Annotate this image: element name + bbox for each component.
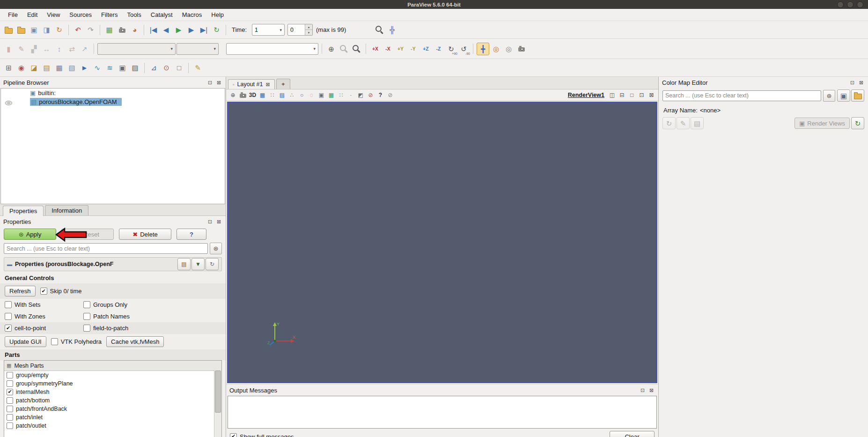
properties-search-input[interactable]: [4, 243, 208, 254]
menu-help[interactable]: Help: [207, 10, 228, 20]
search-options-gear-icon[interactable]: ⊛: [210, 243, 222, 254]
vtk-polyhedra-checkbox[interactable]: VTK Polyhedra: [51, 338, 102, 345]
group-datasets-icon[interactable]: ▣: [117, 62, 128, 74]
rescale-to-data-icon[interactable]: ↔: [41, 43, 52, 55]
checkbox[interactable]: [51, 338, 58, 345]
rotate-90-ccw-icon[interactable]: ↺-90: [458, 43, 470, 55]
variable-combo[interactable]: ▾: [97, 43, 176, 55]
select-points-polygon-icon[interactable]: ◌: [307, 90, 316, 99]
zoom-to-data-icon[interactable]: [338, 43, 350, 55]
menu-edit[interactable]: Edit: [23, 10, 42, 20]
colormap-search-input[interactable]: [662, 90, 821, 101]
show-center-axes-icon[interactable]: ╋: [477, 43, 489, 55]
part-checkbox[interactable]: [7, 414, 13, 421]
auto-apply-icon[interactable]: ▦: [103, 24, 115, 36]
parts-scrollbar[interactable]: ▼: [214, 370, 221, 437]
part-checkbox[interactable]: [7, 397, 13, 404]
part-row[interactable]: patch/outlet: [4, 422, 221, 430]
part-row[interactable]: internalMesh: [4, 388, 221, 396]
extract-group-icon[interactable]: ▨: [129, 62, 141, 74]
toggle-color-legend-icon[interactable]: ▮: [3, 43, 15, 55]
render-views-button[interactable]: ▣ Render Views: [794, 118, 850, 129]
patch-names-checkbox[interactable]: Patch Names: [83, 313, 130, 320]
time-value-combo[interactable]: 1 ▾: [252, 24, 285, 36]
stream-tracer-icon[interactable]: ∿: [91, 62, 103, 74]
rescale-visible-icon[interactable]: ↗: [79, 43, 90, 55]
checkbox[interactable]: [40, 288, 47, 295]
part-row[interactable]: patch/inlet: [4, 413, 221, 422]
next-frame-icon[interactable]: ▶: [185, 24, 197, 36]
rescale-custom-icon[interactable]: ↕: [53, 43, 65, 55]
use-separate-colormap-icon[interactable]: ▞: [28, 43, 40, 55]
menu-catalyst[interactable]: Catalyst: [147, 10, 177, 20]
tab-properties[interactable]: Properties: [3, 206, 44, 216]
part-checkbox[interactable]: [7, 380, 13, 387]
interactive-select-points-icon[interactable]: ∷: [337, 90, 346, 99]
menu-filters[interactable]: Filters: [97, 10, 122, 20]
close-panel-icon[interactable]: ⊠: [858, 79, 865, 86]
update-view-icon[interactable]: ▣: [837, 89, 850, 102]
save-data-icon[interactable]: [15, 24, 27, 36]
clear-button[interactable]: Clear: [610, 431, 655, 437]
auto-update-views-icon[interactable]: ↻: [851, 117, 864, 129]
skip-zero-time-checkbox[interactable]: Skip 0/ time: [40, 288, 82, 295]
camera-icon[interactable]: [116, 24, 128, 36]
help-button[interactable]: ?: [177, 229, 206, 240]
float-panel-icon[interactable]: ⊡: [206, 79, 213, 86]
close-view-icon[interactable]: ⊠: [647, 90, 656, 99]
rotate-90-cw-icon[interactable]: ↻+90: [445, 43, 457, 55]
select-points-rect-icon[interactable]: ∷: [268, 90, 277, 99]
checkbox[interactable]: [5, 325, 12, 332]
disable-interaction-icon[interactable]: ⊘: [386, 90, 395, 99]
render-viewport[interactable]: Y X Z: [227, 102, 657, 383]
part-checkbox[interactable]: [7, 372, 13, 378]
calculator-icon[interactable]: ⊞: [3, 62, 15, 74]
close-button[interactable]: [857, 1, 863, 8]
threshold-icon[interactable]: ▦: [53, 62, 65, 74]
edit-colormap-icon[interactable]: ✎: [677, 117, 690, 129]
part-checkbox[interactable]: [7, 422, 13, 429]
reset-camera-icon[interactable]: ⊕: [228, 90, 237, 99]
part-row[interactable]: group/empty: [4, 371, 221, 379]
undo-icon[interactable]: ↶: [72, 24, 84, 36]
color-palette-icon[interactable]: ◕: [129, 24, 140, 36]
show-full-messages-checkbox[interactable]: Show full messages: [230, 433, 294, 437]
delete-button[interactable]: ✖ Delete: [119, 229, 171, 240]
spin-down-icon[interactable]: ▼: [305, 30, 312, 35]
camera-icon[interactable]: [238, 90, 247, 99]
checkbox[interactable]: [83, 313, 90, 320]
open-file-icon[interactable]: [3, 24, 15, 36]
select-cells-frustum-icon[interactable]: ▤: [278, 90, 287, 99]
set-view-minus-y-icon[interactable]: -Y: [407, 43, 419, 55]
close-panel-icon[interactable]: ⊠: [215, 79, 222, 86]
groups-only-checkbox[interactable]: Groups Only: [83, 301, 127, 308]
add-layout-tab-button[interactable]: +: [276, 79, 290, 89]
save-colormap-icon[interactable]: [851, 89, 864, 102]
float-panel-icon[interactable]: ⊡: [206, 218, 213, 225]
checkbox[interactable]: [5, 301, 12, 308]
checkbox[interactable]: [5, 313, 12, 320]
set-view-minus-x-icon[interactable]: -X: [382, 43, 394, 55]
warp-vector-icon[interactable]: ≋: [104, 62, 116, 74]
convert-view-icon[interactable]: ⊡: [637, 90, 646, 99]
camera-dialog-icon[interactable]: [515, 43, 527, 55]
save-properties-icon[interactable]: ▼: [191, 258, 205, 270]
help-icon[interactable]: ?: [376, 90, 385, 99]
play-icon[interactable]: ▶: [173, 24, 184, 36]
close-layout-tab-icon[interactable]: ⊠: [265, 81, 270, 88]
set-view-plus-z-icon[interactable]: +Z: [420, 43, 432, 55]
tab-layout-1[interactable]: ▫ Layout #1 ⊠: [228, 79, 275, 89]
maximize-view-icon[interactable]: □: [627, 90, 636, 99]
previous-frame-icon[interactable]: ◀: [160, 24, 172, 36]
part-checkbox[interactable]: [7, 406, 13, 412]
clear-selection-icon[interactable]: ⊘: [366, 90, 375, 99]
first-frame-icon[interactable]: |◀: [147, 24, 159, 36]
split-vertical-icon[interactable]: ⊟: [618, 90, 626, 99]
plot-over-line-icon[interactable]: ⊿: [148, 62, 160, 74]
refresh-button[interactable]: Refresh: [5, 286, 36, 296]
contour-icon[interactable]: ◉: [15, 62, 27, 74]
pick-center-icon[interactable]: ◎: [490, 43, 502, 55]
set-view-plus-x-icon[interactable]: +X: [369, 43, 381, 55]
component-combo[interactable]: ▾: [177, 43, 219, 55]
scrollbar-thumb[interactable]: [215, 370, 221, 413]
